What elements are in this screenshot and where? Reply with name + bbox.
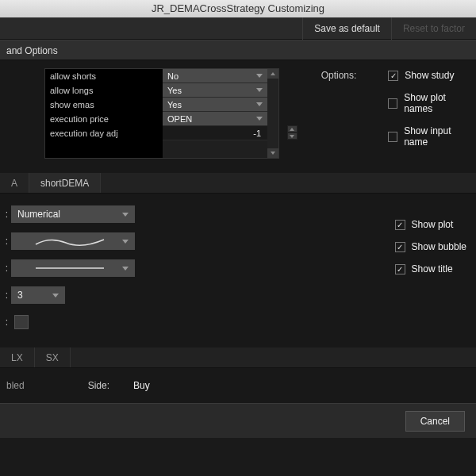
show-plot-checkbox[interactable]: ✓ Show plot bbox=[395, 219, 466, 230]
show-bubble-checkbox[interactable]: ✓ Show bubble bbox=[395, 241, 466, 252]
checkbox-label: Show plot names bbox=[404, 92, 470, 114]
tab-shortdema[interactable]: shortDEMA bbox=[29, 173, 101, 193]
top-actions: Save as default Reset to factor bbox=[0, 17, 476, 40]
dialog-footer: Cancel bbox=[0, 403, 476, 438]
checkbox-icon: ✓ bbox=[388, 71, 398, 81]
allow-shorts-select[interactable]: No bbox=[163, 69, 267, 83]
chevron-down-icon bbox=[256, 88, 263, 92]
plot-options-column: ✓ Show plot ✓ Show bubble ✓ Show title bbox=[395, 205, 466, 340]
style-select[interactable] bbox=[11, 232, 135, 250]
plot-config-body: : Numerical : : : bbox=[0, 194, 476, 347]
execution-price-select[interactable]: OPEN bbox=[163, 112, 267, 126]
show-emas-select[interactable]: Yes bbox=[163, 98, 267, 112]
orders-body: bled Side: Buy bbox=[0, 368, 476, 403]
allow-longs-select[interactable]: Yes bbox=[163, 83, 267, 98]
show-study-checkbox[interactable]: ✓ Show study bbox=[388, 70, 470, 81]
section-header-inputs-options: and Options bbox=[0, 40, 476, 60]
number-spinner bbox=[287, 125, 298, 159]
tab-lx[interactable]: LX bbox=[0, 347, 35, 367]
checkbox-icon: ✓ bbox=[395, 242, 405, 252]
inputs-options-body: allow shorts allow longs show emas execu… bbox=[0, 60, 476, 173]
chevron-down-icon bbox=[256, 74, 263, 78]
line-preview-icon bbox=[17, 259, 122, 277]
reset-to-factory-button[interactable]: Reset to factor bbox=[391, 17, 476, 40]
input-name: execution price bbox=[45, 112, 163, 126]
plot-tabs: A shortDEMA bbox=[0, 173, 476, 194]
color-label: : bbox=[0, 317, 11, 328]
checkbox-icon: ✓ bbox=[395, 220, 405, 230]
chevron-down-icon bbox=[122, 267, 129, 271]
show-plot-names-checkbox[interactable]: Show plot names bbox=[388, 92, 470, 114]
checkbox-icon bbox=[388, 98, 397, 109]
chevron-down-icon bbox=[122, 240, 129, 244]
color-picker[interactable] bbox=[14, 315, 29, 329]
checkbox-label: Show study bbox=[405, 70, 454, 81]
stepper-down-icon[interactable] bbox=[287, 132, 298, 140]
options-label: Options: bbox=[321, 70, 357, 81]
curve-preview-icon bbox=[17, 232, 122, 250]
side-value: Buy bbox=[133, 380, 150, 391]
draw-as-select[interactable]: Numerical bbox=[11, 205, 135, 223]
checkbox-icon: ✓ bbox=[395, 264, 405, 274]
inputs-scrollbar[interactable] bbox=[267, 69, 278, 158]
input-name: allow longs bbox=[45, 83, 163, 98]
style-label: : bbox=[0, 236, 11, 247]
show-input-name-checkbox[interactable]: Show input name bbox=[388, 125, 470, 148]
scroll-down-icon[interactable] bbox=[267, 148, 278, 158]
tab-a[interactable]: A bbox=[0, 173, 29, 193]
save-as-default-button[interactable]: Save as default bbox=[302, 17, 391, 40]
scroll-up-icon[interactable] bbox=[267, 69, 278, 79]
chevron-down-icon bbox=[256, 102, 263, 106]
input-value-column: No Yes Yes OPEN -1 bbox=[163, 69, 267, 158]
plot-left-column: : Numerical : : : bbox=[0, 205, 151, 340]
enabled-label: bled bbox=[6, 380, 25, 391]
draw-as-label: : bbox=[0, 209, 11, 220]
execution-day-adj-input[interactable]: -1 bbox=[163, 126, 267, 140]
line-width-select[interactable]: 3 bbox=[11, 286, 65, 304]
width-label: : bbox=[0, 290, 11, 301]
chevron-down-icon bbox=[256, 117, 263, 121]
input-name: execution day adj bbox=[45, 126, 163, 140]
input-name: show emas bbox=[45, 98, 163, 112]
input-name-column: allow shorts allow longs show emas execu… bbox=[45, 69, 163, 158]
options-checkboxes: ✓ Show study Show plot names Show input … bbox=[388, 68, 470, 159]
order-tabs: LX SX bbox=[0, 347, 476, 368]
cancel-button[interactable]: Cancel bbox=[405, 411, 465, 432]
checkbox-label: Show title bbox=[412, 263, 453, 274]
line-style-label: : bbox=[0, 263, 11, 274]
input-name: allow shorts bbox=[45, 69, 163, 83]
chevron-down-icon bbox=[122, 213, 129, 217]
line-style-select[interactable] bbox=[11, 259, 135, 277]
inputs-table: allow shorts allow longs show emas execu… bbox=[44, 68, 279, 159]
window-title: JR_DEMACrossStrategy Customizing bbox=[152, 2, 324, 14]
checkbox-label: Show bubble bbox=[412, 241, 466, 252]
scroll-track[interactable] bbox=[267, 79, 278, 148]
side-label: Side: bbox=[88, 380, 109, 391]
tab-sx[interactable]: SX bbox=[35, 347, 71, 367]
stepper-up-icon[interactable] bbox=[287, 125, 298, 132]
window-titlebar: JR_DEMACrossStrategy Customizing bbox=[0, 0, 476, 17]
checkbox-label: Show plot bbox=[412, 219, 454, 230]
show-title-checkbox[interactable]: ✓ Show title bbox=[395, 263, 466, 274]
options-column: Options: bbox=[321, 68, 357, 159]
checkbox-label: Show input name bbox=[404, 125, 470, 148]
checkbox-icon bbox=[388, 132, 397, 142]
chevron-down-icon bbox=[52, 294, 59, 298]
